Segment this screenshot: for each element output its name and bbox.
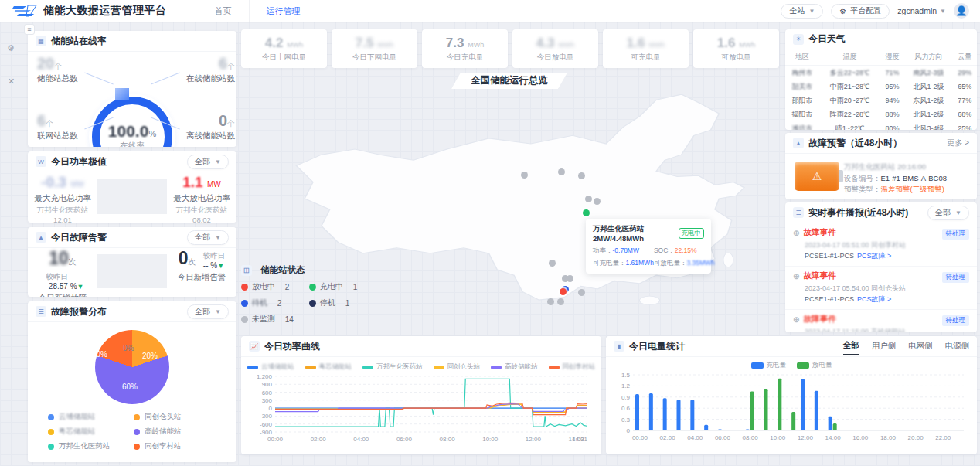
svg-text:1.5: 1.5 [621, 372, 631, 379]
status-icon: ◫ [241, 265, 252, 276]
station-dot-red[interactable] [560, 288, 567, 295]
svg-text:0: 0 [269, 405, 273, 412]
stat-connected-stations: 6个 联网站总数 [37, 112, 104, 141]
svg-text:00:00: 00:00 [632, 434, 648, 441]
energy-bar-chart[interactable]: 00.30.60.91.21.500:0002:0004:0006:0008:0… [611, 370, 971, 449]
settings-gear-icon[interactable]: ⚙ [7, 43, 15, 53]
svg-text:0.9: 0.9 [621, 394, 631, 401]
legend-item[interactable]: 充电量 [751, 361, 787, 370]
svg-text:04:00: 04:00 [687, 434, 703, 441]
dist-filter-dropdown[interactable]: 全部▼ [187, 304, 229, 319]
fault-detail-link[interactable]: PCS故障 > [857, 295, 891, 303]
app-header: 储能大数据运营管理平台 首页 运行管理 全站 ▼ ⚙ 平台配置 zgcnadmi… [0, 0, 980, 22]
station-dot-grey[interactable] [585, 196, 592, 202]
list-icon: ☰ [36, 306, 46, 317]
legend-item[interactable]: 同创李村站 [134, 441, 219, 451]
svg-text:00:00: 00:00 [267, 436, 284, 443]
event-list-item[interactable]: ⊕故障事件 待处理 2023-04-17 05:54:00 同创仓头站 PCSE… [785, 267, 977, 310]
power-curve-chart[interactable]: -900-600-30003006009001,20000:0002:0004:… [247, 372, 595, 449]
pending-badge[interactable]: 待处理 [942, 229, 970, 240]
svg-text:02:00: 02:00 [311, 436, 327, 443]
user-menu[interactable]: zgcnadmin ▼ [897, 6, 946, 15]
fault-filter-dropdown[interactable]: 全部▼ [187, 230, 229, 245]
tab-source-side[interactable]: 电源侧 [945, 338, 970, 355]
svg-text:22:00: 22:00 [935, 434, 951, 441]
username: zgcnadmin [897, 6, 937, 15]
pending-badge[interactable]: 待处理 [942, 272, 970, 283]
panel-fault-warning: ▲ 故障预警（近48小时） 更多 > ⚠ 万邦生化医药站 20:16:00 设备… [785, 133, 977, 199]
battery-warning-icon: ⚠ [795, 162, 839, 191]
status-stopped: 停机 1 [309, 298, 377, 308]
china-map[interactable]: 全国储能运行总览 万邦生化医药站 2MW/4.48MWh 充电中 功率：-0.7… [241, 71, 779, 332]
svg-text:02:00: 02:00 [660, 434, 676, 441]
svg-text:08:00: 08:00 [440, 436, 456, 443]
event-list-item[interactable]: ⊕故障事件 待处理 2023-04-17 11:15:00 高岭储能站 PCSE… [785, 310, 977, 332]
station-dot-grey[interactable] [567, 275, 573, 282]
app-title: 储能大数据运营管理平台 [43, 4, 167, 18]
station-dot-green[interactable] [583, 209, 590, 216]
svg-text:0.3: 0.3 [621, 417, 631, 423]
event-icon: ⊕ [793, 315, 799, 324]
legend-item[interactable]: 放电量 [797, 361, 832, 370]
nav-home[interactable]: 首页 [198, 0, 249, 22]
legend-item[interactable]: 云埔储能站 [247, 362, 294, 372]
legend-item[interactable]: 同创仓头站 [434, 362, 481, 372]
panel-title: 今日天气 [808, 32, 846, 46]
status-unmonitored: 未监测 14 [241, 314, 309, 325]
table-row: 潍坊市晴1~22℃80%北风3-4级25% [785, 121, 977, 130]
svg-text:600: 600 [262, 389, 273, 396]
svg-text:10:00: 10:00 [770, 434, 786, 441]
more-link[interactable]: 更多 > [947, 138, 969, 148]
legend-item[interactable]: 同创仓头站 [134, 412, 219, 422]
panel-title: 故障预警（近48小时） [808, 137, 902, 150]
station-dot-grey[interactable] [578, 289, 585, 296]
pie-label: 20% [142, 352, 158, 360]
events-filter-dropdown[interactable]: 全部▼ [927, 206, 969, 220]
legend-item[interactable]: 高岭储能站 [134, 427, 219, 437]
tab-user-side[interactable]: 用户侧 [872, 338, 897, 355]
site-selector[interactable]: 全站 ▼ [781, 4, 823, 19]
station-status-legend: ◫储能站状态 放电中 2 充电中 1 待机 2 停机 1 未监测 14 [241, 264, 380, 325]
legend-item[interactable]: 高岭储能站 [491, 362, 538, 372]
power-filter-dropdown[interactable]: 全部▼ [187, 155, 229, 169]
station-dot-grey[interactable] [578, 172, 585, 179]
fault-distribution-pie[interactable] [95, 330, 169, 404]
svg-text:16:00: 16:00 [852, 434, 869, 441]
avatar[interactable]: 👤 [954, 3, 969, 19]
close-icon[interactable]: ✕ [8, 77, 15, 87]
power-icon: W [36, 156, 46, 167]
panel-energy-stats: ▮ 今日电量统计 全部 用户侧 电网侧 电源侧 充电量 放电量 00.30.60… [606, 336, 977, 454]
station-dot-grey[interactable] [558, 168, 565, 175]
legend-item[interactable]: 万邦生化医药站 [48, 441, 134, 451]
station-dot-grey[interactable] [594, 198, 601, 205]
svg-text:14:31: 14:31 [572, 436, 588, 443]
station-dot-grey[interactable] [557, 298, 564, 305]
pie-legend: 云埔储能站 同创仓头站 粤芯储能站 高岭储能站 万邦生化医药站 同创李村站 [28, 409, 236, 451]
kpi-available-discharge: 1.6 MWh 可放电量 [693, 29, 779, 68]
legend-item[interactable]: 万邦生化医药站 [362, 362, 423, 372]
panel-title: 故障报警分布 [51, 305, 107, 318]
stat-total-stations: 20个 储能站总数 [37, 55, 104, 84]
collapse-menu-icon[interactable]: ≡ [24, 24, 35, 35]
chevron-down-icon: ▼ [940, 8, 946, 15]
station-dot-grey[interactable] [547, 298, 554, 305]
event-list-item[interactable]: ⊕故障事件 待处理 2023-04-17 05:51:00 同创李村站 PCSE… [785, 223, 977, 267]
legend-item[interactable]: 粤芯储能站 [305, 362, 352, 372]
panel-fault-distribution: ☰ 故障报警分布 全部▼ 20% 0% 20% 60% 云埔储能站 同创仓头站 … [28, 301, 236, 462]
weather-icon: ☀ [793, 34, 804, 45]
legend-item[interactable]: 粤芯储能站 [48, 427, 134, 437]
bar-chart-legend: 充电量 放电量 [606, 357, 977, 370]
nav-operation[interactable]: 运行管理 [249, 0, 318, 22]
chevron-down-icon: ▼ [215, 234, 221, 241]
pending-badge[interactable]: 待处理 [942, 315, 970, 326]
tab-all[interactable]: 全部 [843, 337, 859, 355]
station-dot-grey[interactable] [521, 172, 528, 179]
status-charging: 充电中 1 [309, 281, 377, 292]
platform-config-button[interactable]: ⚙ 平台配置 [831, 4, 890, 19]
tab-grid-side[interactable]: 电网侧 [908, 338, 933, 355]
fault-detail-link[interactable]: PCS故障 > [857, 252, 891, 260]
legend-item[interactable]: 同创李村站 [549, 362, 596, 372]
svg-text:06:00: 06:00 [396, 436, 413, 443]
legend-item[interactable]: 云埔储能站 [48, 412, 134, 422]
station-dot-grey[interactable] [549, 260, 556, 267]
